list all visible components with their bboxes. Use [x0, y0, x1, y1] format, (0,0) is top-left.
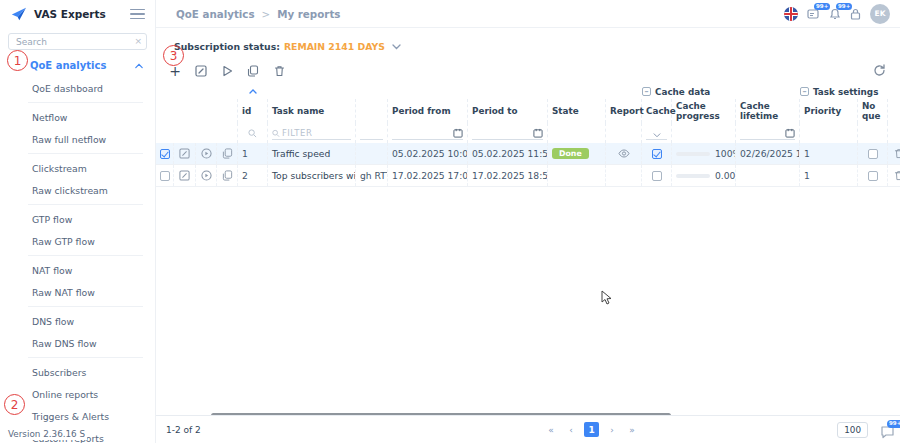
search-clear-icon[interactable]: ×: [134, 36, 142, 46]
hamburger-menu-icon[interactable]: [130, 6, 145, 23]
cache-checkbox[interactable]: [652, 149, 662, 159]
column-header-cache-progress[interactable]: Cache progress: [672, 99, 736, 123]
column-header-period-to[interactable]: Period to: [468, 99, 548, 123]
row-copy-icon[interactable]: [217, 143, 238, 164]
row-select-checkbox[interactable]: [160, 171, 170, 181]
column-header-priority[interactable]: Priority: [800, 99, 858, 123]
column-header-cache-lifetime[interactable]: Cache lifetime: [736, 99, 800, 123]
chevron-down-icon: [653, 133, 661, 138]
breadcrumb: QoE analytics > My reports: [176, 8, 784, 20]
version-label: Version 2.36.16 S: [6, 428, 87, 440]
support-chat-button[interactable]: 99+: [880, 425, 895, 439]
breadcrumb-my-reports[interactable]: My reports: [277, 8, 340, 20]
row-copy-icon[interactable]: [217, 165, 238, 186]
sidebar-item-raw-clickstream[interactable]: Raw clickstream: [0, 179, 155, 201]
next-page-button[interactable]: ›: [605, 423, 619, 437]
reports-table: – Cache data – Task settings id Task nam…: [156, 84, 900, 187]
sidebar-item-raw-full-netflow[interactable]: Raw full netflow: [0, 128, 155, 150]
messages-icon[interactable]: 99+: [807, 8, 820, 20]
row-edit-icon[interactable]: [174, 143, 196, 164]
column-header-cache[interactable]: Cache: [642, 99, 672, 123]
column-header-state[interactable]: State: [548, 99, 606, 123]
overflow-filter[interactable]: [360, 138, 383, 140]
page-size-selector[interactable]: 100: [837, 422, 868, 438]
cache-filter-dropdown[interactable]: [646, 133, 667, 140]
chevron-up-icon: [135, 62, 143, 70]
period-from-filter[interactable]: [392, 128, 463, 140]
column-header-no-queue[interactable]: No que: [858, 99, 888, 123]
sidebar-search-input[interactable]: [8, 33, 147, 50]
table-row[interactable]: 2 Top subscribers with high RTT gh RTT 1…: [156, 165, 900, 187]
cell-cache-progress: 0.00%: [672, 165, 736, 186]
sidebar-item-netflow[interactable]: Netflow: [0, 106, 155, 128]
logo-text: VAS Experts: [34, 8, 123, 20]
breadcrumb-qoe-analytics[interactable]: QoE analytics: [176, 8, 255, 20]
task-settings-group-header: – Task settings: [800, 87, 900, 97]
row-run-icon[interactable]: [196, 143, 217, 164]
sidebar-item-subscribers[interactable]: Subscribers: [0, 361, 155, 383]
language-flag-icon[interactable]: [784, 7, 798, 21]
sidebar-item-raw-dns-flow[interactable]: Raw DNS flow: [0, 332, 155, 354]
row-run-icon[interactable]: [196, 165, 217, 186]
cell-task-name: Top subscribers with high RTT: [268, 165, 356, 186]
delete-report-button[interactable]: [272, 64, 286, 78]
no-queue-checkbox[interactable]: [868, 149, 878, 159]
subscription-status-label: Subscription status:: [174, 41, 280, 52]
calendar-icon: [785, 128, 795, 138]
last-page-button[interactable]: »: [625, 423, 639, 437]
subscription-status: Subscription status: REMAIN 2141 DAYS: [156, 28, 900, 52]
current-page-button[interactable]: 1: [584, 422, 599, 437]
row-edit-icon[interactable]: [174, 165, 196, 186]
cell-id: 2: [238, 165, 268, 186]
id-filter[interactable]: [238, 123, 268, 143]
cache-data-group-checkbox[interactable]: –: [642, 87, 651, 96]
period-to-filter[interactable]: [472, 128, 543, 140]
main-content: Subscription status: REMAIN 2141 DAYS +: [156, 28, 900, 443]
no-queue-checkbox[interactable]: [868, 171, 878, 181]
annotation-circle-2: 2: [4, 394, 25, 415]
column-header-period-from[interactable]: Period from: [388, 99, 468, 123]
row-delete-icon[interactable]: [888, 165, 900, 186]
cache-lifetime-filter[interactable]: [740, 128, 795, 140]
cell-priority: 1: [800, 143, 858, 164]
table-row[interactable]: 1 Traffic speed 05.02.2025 10:00 05.02.2…: [156, 143, 900, 165]
sidebar-item-gtp-flow[interactable]: GTP flow: [0, 208, 155, 230]
sidebar-item-qoe-dashboard[interactable]: QoE dashboard: [0, 77, 155, 99]
avatar[interactable]: EK: [870, 4, 890, 24]
column-header-report[interactable]: Report: [606, 99, 642, 123]
row-select-checkbox[interactable]: [160, 149, 170, 159]
sidebar-item-raw-nat-flow[interactable]: Raw NAT flow: [0, 281, 155, 303]
sidebar-item-clickstream[interactable]: Clickstream: [0, 157, 155, 179]
add-report-button[interactable]: +: [168, 64, 182, 78]
annotation-circle-1: 1: [7, 50, 28, 71]
column-header-overflow: [356, 99, 388, 123]
first-page-button[interactable]: «: [544, 423, 558, 437]
notifications-icon[interactable]: 99+: [829, 8, 841, 20]
report-toolbar: +: [156, 52, 900, 84]
cell-period-to: 17.02.2025 18:59: [468, 165, 548, 186]
cache-checkbox[interactable]: [652, 171, 662, 181]
sidebar-item-raw-gtp-flow[interactable]: Raw GTP flow: [0, 230, 155, 252]
column-header-id[interactable]: id: [238, 99, 268, 123]
column-header-task-name[interactable]: Task name: [268, 99, 356, 123]
cell-priority: 1: [800, 165, 858, 186]
view-report-eye-icon[interactable]: [606, 143, 642, 164]
copy-report-button[interactable]: [246, 64, 260, 78]
sidebar-item-nat-flow[interactable]: NAT flow: [0, 259, 155, 281]
refresh-icon[interactable]: [873, 64, 886, 77]
chevron-down-icon[interactable]: [392, 44, 401, 50]
task-name-filter-input[interactable]: [282, 128, 351, 138]
lock-icon[interactable]: [850, 8, 861, 20]
row-delete-icon[interactable]: [888, 143, 900, 164]
sidebar-item-dns-flow[interactable]: DNS flow: [0, 310, 155, 332]
messages-badge: 99+: [814, 3, 830, 11]
table-footer: 1-2 of 2 « ‹ 1 › » 100 99+: [156, 415, 900, 443]
breadcrumb-separator: >: [262, 8, 271, 20]
task-settings-group-checkbox[interactable]: –: [800, 87, 809, 96]
prev-page-button[interactable]: ‹: [564, 423, 578, 437]
run-report-button[interactable]: [220, 64, 234, 78]
sort-asc-icon[interactable]: [238, 89, 268, 94]
cell-overflow: [356, 143, 388, 164]
vas-experts-logo-icon: [10, 7, 27, 22]
edit-report-button[interactable]: [194, 64, 208, 78]
